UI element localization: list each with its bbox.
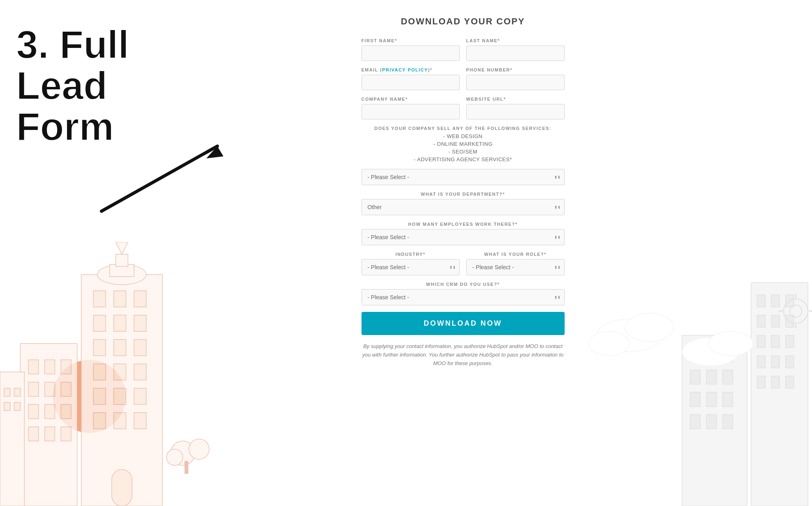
- download-button[interactable]: DOWNLOAD NOW: [362, 312, 565, 335]
- services-item-3: - SEO/SEM: [362, 149, 565, 155]
- website-group: WEBSITE URL*: [466, 97, 565, 119]
- svg-rect-68: [690, 370, 700, 384]
- employees-select[interactable]: - Please Select - 1-10 11-50 51-200 201-…: [362, 229, 565, 245]
- svg-point-46: [167, 449, 183, 465]
- department-group: WHAT IS YOUR DEPARTMENT?* Please Select …: [362, 192, 565, 215]
- svg-rect-29: [61, 360, 71, 374]
- services-question: DOES YOUR COMPANY SELL ANY OF THE FOLLOW…: [362, 126, 565, 131]
- svg-rect-10: [93, 315, 106, 331]
- privacy-policy-link[interactable]: PRIVACY POLICY: [382, 67, 428, 72]
- services-item-2: - ONLINE MARKETING: [362, 141, 565, 147]
- svg-rect-32: [61, 382, 71, 396]
- agency-services-select[interactable]: - Please Select - Yes No: [362, 169, 565, 185]
- svg-rect-20: [114, 388, 126, 404]
- svg-rect-17: [114, 364, 126, 380]
- crm-label: WHICH CRM DO YOU USE?*: [362, 282, 565, 287]
- svg-rect-9: [134, 291, 146, 307]
- svg-rect-73: [723, 392, 733, 407]
- phone-label: PHONE NUMBER*: [466, 67, 565, 72]
- company-input[interactable]: [362, 104, 460, 119]
- svg-rect-59: [771, 356, 780, 368]
- svg-rect-42: [4, 402, 10, 411]
- svg-line-0: [102, 146, 217, 211]
- employees-label: HOW MANY EMPLOYEES WORK THERE?*: [362, 222, 565, 227]
- svg-point-84: [625, 313, 674, 342]
- employees-select-wrapper: - Please Select - 1-10 11-50 51-200 201-…: [362, 229, 565, 245]
- svg-rect-16: [93, 364, 106, 380]
- department-select[interactable]: Please Select Marketing Sales IT Operati…: [362, 199, 565, 215]
- svg-rect-15: [134, 339, 146, 356]
- crm-group: WHICH CRM DO YOU USE?* - Please Select -…: [362, 282, 565, 305]
- svg-rect-35: [61, 404, 71, 419]
- email-phone-row: EMAIL (PRIVACY POLICY)* PHONE NUMBER*: [362, 67, 565, 90]
- svg-rect-58: [757, 356, 765, 368]
- email-label: EMAIL (PRIVACY POLICY)*: [362, 67, 460, 72]
- svg-rect-36: [28, 427, 39, 441]
- svg-rect-70: [723, 370, 733, 384]
- right-buildings: [568, 262, 812, 506]
- svg-rect-23: [114, 413, 126, 429]
- left-label-container: 3. FullLeadForm: [16, 24, 129, 147]
- svg-rect-52: [757, 315, 765, 327]
- svg-rect-63: [786, 376, 794, 388]
- svg-rect-76: [723, 415, 733, 429]
- svg-rect-30: [28, 382, 39, 396]
- svg-point-87: [708, 331, 753, 356]
- svg-rect-49: [757, 295, 765, 307]
- services-item-1: - WEB DESIGN: [362, 133, 565, 139]
- svg-rect-33: [28, 404, 39, 419]
- svg-rect-62: [771, 376, 780, 388]
- svg-rect-40: [4, 388, 10, 396]
- svg-rect-7: [93, 291, 106, 307]
- agency-services-select-wrapper: - Please Select - Yes No: [362, 169, 565, 185]
- name-row: FIRST NAME* LAST NAME*: [362, 38, 565, 61]
- email-input[interactable]: [362, 75, 460, 90]
- svg-rect-8: [114, 291, 126, 307]
- first-name-input[interactable]: [362, 45, 460, 61]
- svg-rect-19: [93, 388, 106, 404]
- svg-rect-14: [114, 339, 126, 356]
- svg-rect-69: [706, 370, 717, 384]
- role-select[interactable]: - Please Select - Manager Director VP C-…: [466, 259, 565, 275]
- svg-rect-41: [14, 388, 20, 396]
- last-name-group: LAST NAME*: [466, 38, 565, 61]
- crm-select-wrapper: - Please Select - HubSpot Salesforce Zoh…: [362, 289, 565, 305]
- phone-input[interactable]: [466, 75, 565, 90]
- svg-rect-43: [14, 402, 20, 411]
- form-disclaimer: By supplying your contact information, y…: [362, 342, 565, 368]
- department-select-wrapper: Please Select Marketing Sales IT Operati…: [362, 199, 565, 215]
- svg-rect-37: [45, 427, 55, 441]
- svg-rect-47: [185, 461, 188, 474]
- last-name-label: LAST NAME*: [466, 38, 565, 43]
- svg-rect-21: [134, 388, 146, 404]
- last-name-input[interactable]: [466, 45, 565, 61]
- services-item-4: - ADVERTISING AGENCY SERVICES*: [362, 156, 565, 162]
- agency-services-group: - Please Select - Yes No: [362, 169, 565, 185]
- svg-rect-22: [93, 413, 106, 429]
- website-label: WEBSITE URL*: [466, 97, 565, 102]
- svg-rect-12: [134, 315, 146, 331]
- svg-rect-56: [771, 335, 780, 348]
- email-group: EMAIL (PRIVACY POLICY)*: [362, 67, 460, 90]
- role-label: WHAT IS YOUR ROLE?*: [466, 252, 565, 257]
- form-title: DOWNLOAD YOUR COPY: [362, 16, 565, 27]
- svg-rect-55: [757, 335, 765, 348]
- industry-select[interactable]: - Please Select - Technology Finance Hea…: [362, 259, 460, 275]
- department-label: WHAT IS YOUR DEPARTMENT?*: [362, 192, 565, 197]
- svg-rect-13: [93, 339, 106, 356]
- svg-rect-31: [45, 382, 55, 396]
- left-buildings: [0, 242, 244, 506]
- svg-rect-34: [45, 404, 55, 419]
- svg-rect-38: [61, 427, 71, 441]
- company-group: COMPANY NAME*: [362, 97, 460, 119]
- svg-rect-27: [28, 360, 39, 374]
- industry-role-row: INDUSTRY* - Please Select - Technology F…: [362, 252, 565, 275]
- svg-point-85: [589, 331, 629, 356]
- crm-select[interactable]: - Please Select - HubSpot Salesforce Zoh…: [362, 289, 565, 305]
- svg-rect-75: [706, 415, 717, 429]
- svg-rect-5: [116, 254, 128, 266]
- page-title: 3. FullLeadForm: [16, 24, 129, 147]
- website-input[interactable]: [466, 104, 565, 119]
- svg-rect-25: [112, 469, 132, 506]
- svg-rect-60: [786, 356, 794, 368]
